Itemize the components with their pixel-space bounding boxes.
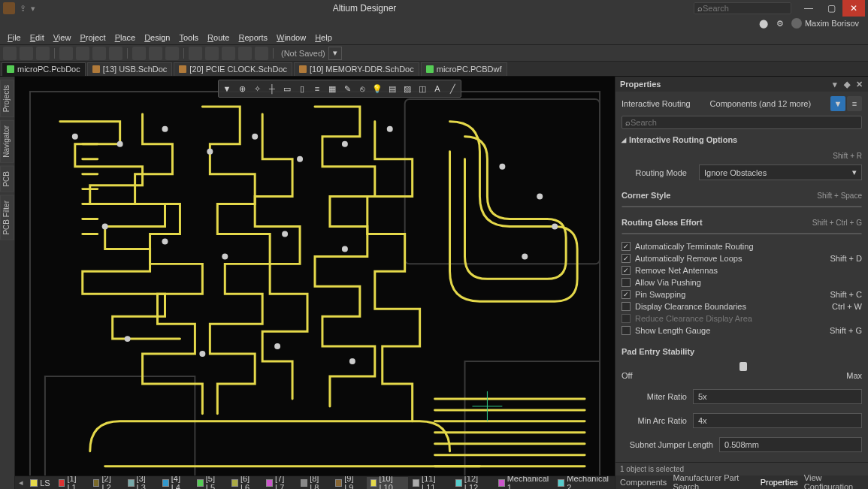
checkbox[interactable]: [622, 290, 631, 299]
layer-chip[interactable]: [7] L7: [262, 477, 296, 489]
list-button[interactable]: ≡: [847, 96, 862, 111]
panel-pin-icon[interactable]: ◆: [842, 80, 851, 89]
checkbox-row[interactable]: Allow Via Pushing: [622, 278, 862, 287]
maximize-button[interactable]: ▢: [820, 0, 842, 17]
toolbar-button[interactable]: [3, 47, 17, 60]
layer-chip[interactable]: [2] L2: [89, 477, 123, 489]
checkbox-row[interactable]: Display Clearance BoundariesCtrl + W: [622, 302, 862, 311]
gloss-option[interactable]: Off: [622, 234, 702, 234]
jumper-input[interactable]: [719, 437, 862, 452]
property-search[interactable]: ⌕: [622, 116, 862, 129]
menu-edit[interactable]: Edit: [27, 32, 47, 44]
panel-tab[interactable]: View Configuration: [804, 473, 863, 489]
toolbar-button[interactable]: [255, 47, 268, 60]
checkbox[interactable]: [622, 254, 631, 263]
tool-icon[interactable]: ⎋: [355, 82, 369, 95]
menu-route[interactable]: Route: [204, 32, 232, 44]
toolbar-button[interactable]: [20, 47, 33, 60]
global-search[interactable]: ⌕: [694, 2, 791, 14]
toolbar-button[interactable]: [205, 47, 219, 60]
toolbar-button[interactable]: [109, 47, 122, 60]
doc-tab[interactable]: [10] MEMORY-DDR.SchDoc: [294, 62, 419, 76]
panel-menu-icon[interactable]: ▾: [830, 80, 839, 89]
min-arc-input[interactable]: [693, 413, 862, 428]
share-icon[interactable]: ⇪: [20, 4, 26, 14]
tool-icon[interactable]: ▯: [295, 82, 309, 95]
menu-design[interactable]: Design: [141, 32, 173, 44]
tool-icon[interactable]: ┼: [265, 82, 279, 95]
checkbox[interactable]: [622, 326, 631, 335]
tool-icon[interactable]: ⊕: [235, 82, 249, 95]
routing-mode-select[interactable]: Ignore Obstacles ▾: [699, 165, 862, 180]
menu-tools[interactable]: Tools: [176, 32, 201, 44]
corner-option[interactable]: [766, 207, 814, 207]
checkbox-row[interactable]: Show Length GaugeShift + G: [622, 326, 862, 335]
corner-option[interactable]: [814, 207, 861, 207]
checkbox-row[interactable]: Automatically Remove LoopsShift + D: [622, 254, 862, 263]
toolbar-button[interactable]: [76, 47, 89, 60]
panel-tab[interactable]: Properties: [761, 478, 798, 487]
menu-place[interactable]: Place: [112, 32, 139, 44]
components-link[interactable]: Components (and 12 more): [710, 99, 812, 108]
doc-tab[interactable]: microPC.PCBDwf: [421, 62, 507, 76]
toolbar-button[interactable]: [132, 47, 146, 60]
layer-chip[interactable]: [3] L3: [124, 477, 158, 489]
layer-chip[interactable]: [6] L6: [228, 477, 262, 489]
layer-chip[interactable]: [1] L1: [55, 477, 89, 489]
side-tab-projects[interactable]: Projects: [0, 80, 14, 117]
corner-option[interactable]: [670, 207, 718, 207]
side-tab-pcb[interactable]: PCB: [0, 166, 14, 192]
toolbar-button[interactable]: [149, 47, 162, 60]
doc-tab[interactable]: [13] USB.SchDoc: [87, 62, 173, 76]
miter-ratio-input[interactable]: [693, 389, 862, 404]
corner-option[interactable]: [718, 207, 767, 207]
corner-option[interactable]: [622, 207, 670, 207]
tool-icon[interactable]: ✧: [250, 82, 264, 95]
filter-icon[interactable]: ▼: [220, 82, 234, 95]
global-search-input[interactable]: [703, 4, 788, 13]
side-tab-navigator[interactable]: Navigator: [0, 120, 14, 163]
tool-icon[interactable]: ▨: [401, 82, 414, 95]
pcb-canvas[interactable]: ▼ ⊕ ✧ ┼ ▭ ▯ ≡ ▦ ✎ ⎋ 💡 ▤ ▨ ◫ A ╱: [15, 77, 615, 475]
layer-chip[interactable]: Mechanical 1: [494, 477, 554, 489]
toolbar-button[interactable]: [238, 47, 252, 60]
layer-chip[interactable]: [5] L5: [193, 477, 227, 489]
layer-chip[interactable]: Mechanical 2: [554, 477, 613, 489]
doc-tab[interactable]: [20] PCIE CLOCK.SchDoc: [174, 62, 292, 76]
tool-icon[interactable]: ▤: [386, 82, 399, 95]
filter-button[interactable]: ▼: [830, 96, 845, 111]
checkbox[interactable]: [622, 302, 631, 311]
side-tab-pcb-filter[interactable]: PCB Filter: [0, 195, 14, 240]
panel-close-icon[interactable]: ✕: [854, 80, 863, 89]
menu-project[interactable]: Project: [77, 32, 108, 44]
checkbox[interactable]: [622, 242, 631, 251]
user-tag[interactable]: Maxim Borisov: [791, 18, 859, 29]
save-dropdown[interactable]: ▾: [328, 47, 342, 60]
layer-chip[interactable]: [8] L8: [297, 477, 331, 489]
close-button[interactable]: ✕: [842, 0, 865, 17]
tool-icon[interactable]: ✎: [340, 82, 354, 95]
settings-icon[interactable]: ⚙: [775, 18, 785, 29]
tool-icon[interactable]: ◫: [416, 82, 429, 95]
layer-chip[interactable]: [11] L11: [409, 477, 451, 489]
toolbar-button[interactable]: [165, 47, 179, 60]
property-search-input[interactable]: [631, 118, 858, 127]
minimize-button[interactable]: —: [797, 0, 820, 17]
tool-icon[interactable]: ╱: [446, 82, 459, 95]
layer-chip[interactable]: LS: [26, 477, 53, 489]
panel-tab[interactable]: Components: [620, 478, 667, 487]
layer-chip[interactable]: [9] L9: [331, 477, 365, 489]
tool-icon[interactable]: ≡: [310, 82, 324, 95]
menu-help[interactable]: Help: [312, 32, 335, 44]
panel-tab[interactable]: Manufacturer Part Search: [673, 473, 754, 489]
checkbox-row[interactable]: Remove Net Antennas: [622, 266, 862, 275]
notification-icon[interactable]: ⬤: [758, 18, 769, 29]
menu-reports[interactable]: Reports: [235, 32, 271, 44]
layer-chip[interactable]: [12] L12: [452, 477, 494, 489]
menu-window[interactable]: Window: [274, 32, 309, 44]
tool-icon[interactable]: 💡: [370, 82, 384, 95]
gloss-option[interactable]: Weak: [702, 234, 782, 234]
checkbox[interactable]: [622, 278, 631, 287]
toolbar-button[interactable]: [36, 47, 50, 60]
tool-icon[interactable]: ▦: [325, 82, 339, 95]
